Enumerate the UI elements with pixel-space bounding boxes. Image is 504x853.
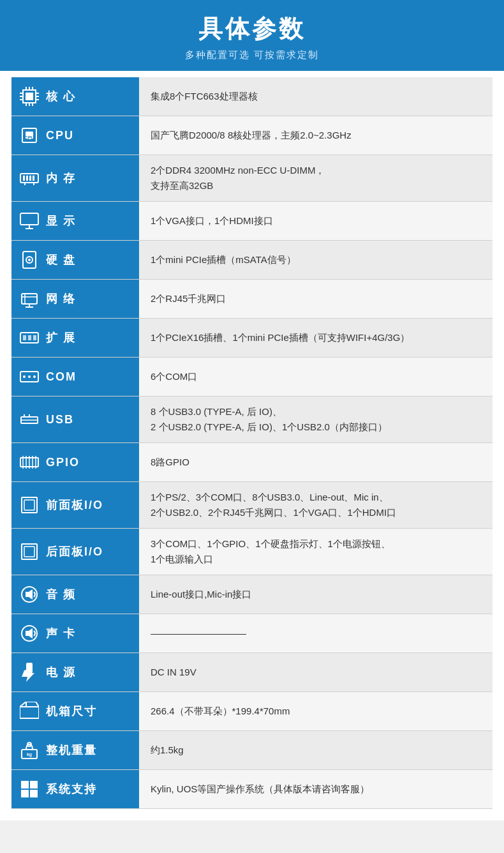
svg-point-29: [28, 259, 31, 261]
spec-label-text-gpio: GPIO: [46, 456, 80, 469]
svg-rect-37: [28, 335, 31, 340]
spec-value-com: 6个COM口: [139, 358, 493, 396]
svg-marker-60: [26, 628, 33, 638]
svg-point-42: [33, 375, 36, 378]
spec-value-memory: 2个DDR4 3200MHz non-ECC U-DIMM，支持至高32GB: [139, 155, 493, 201]
spec-label-text-core: 核 心: [46, 89, 76, 104]
spec-value-cpu: 国产飞腾D2000/8 8核处理器，主频2.0~2.3GHz: [139, 116, 493, 155]
spec-value-network: 2个RJ45千兆网口: [139, 280, 493, 318]
spec-value-core: 集成8个FTC663处理器核: [139, 77, 493, 116]
spec-label-gpio: GPIO: [11, 443, 139, 481]
spec-label-text-soundcard: 声 卡: [46, 626, 76, 641]
spec-icon-front-io: [18, 494, 41, 517]
spec-row-power: 电 源 DC IN 19V: [11, 653, 493, 692]
spec-row-front-io: 前面板I/O 1个PS/2、3个COM口、8个USB3.0、Line-out、M…: [11, 482, 493, 529]
spec-value-expand: 1个PCIeX16插槽、1个mini PCIe插槽（可支持WIFI+4G/3G）: [139, 319, 493, 357]
page-wrapper: 具体参数 多种配置可选 可按需求定制 核 心 集成8个FTC663处理器核 CP…: [0, 0, 504, 820]
svg-rect-56: [24, 547, 34, 557]
spec-label-text-com: COM: [46, 370, 77, 384]
spec-row-hdd: 硬 盘 1个mini PCIe插槽（mSATA信号）: [11, 241, 493, 280]
svg-rect-54: [24, 500, 34, 510]
spec-icon-audio: [18, 583, 41, 606]
spec-row-chassis: 机箱尺寸 266.4（不带耳朵）*199.4*70mm: [11, 692, 493, 731]
svg-rect-36: [23, 335, 26, 340]
spec-row-network: 网 络 2个RJ45千兆网口: [11, 280, 493, 319]
spec-icon-power: [18, 661, 41, 684]
spec-value-soundcard: ——————————: [139, 614, 493, 653]
spec-row-memory: 内 存 2个DDR4 3200MHz non-ECC U-DIMM，支持至高32…: [11, 155, 493, 202]
svg-rect-24: [20, 213, 38, 225]
spec-label-text-os: 系统支持: [46, 781, 97, 797]
spec-row-weight: kg 整机重量 约1.5kg: [11, 731, 493, 770]
spec-value-rear-io: 3个COM口、1个GPIO、1个硬盘指示灯、1个电源按钮、1个电源输入口: [139, 529, 493, 575]
svg-rect-38: [33, 335, 36, 340]
spec-icon-chassis: [18, 700, 41, 723]
spec-table: 核 心 集成8个FTC663处理器核 CPU CPU 国产飞腾D2000/8 8…: [11, 77, 493, 809]
svg-rect-18: [23, 176, 25, 181]
spec-icon-network: [18, 287, 41, 310]
spec-table-wrapper: 核 心 集成8个FTC663处理器核 CPU CPU 国产飞腾D2000/8 8…: [0, 71, 504, 820]
spec-label-weight: kg 整机重量: [11, 731, 139, 769]
spec-icon-display: [18, 209, 41, 232]
spec-row-gpio: GPIO 8路GPIO: [11, 443, 493, 482]
svg-rect-74: [30, 781, 38, 789]
spec-value-weight: 约1.5kg: [139, 731, 493, 769]
spec-label-power: 电 源: [11, 653, 139, 691]
spec-icon-com: [18, 365, 41, 388]
spec-value-audio: Line-out接口,Mic-in接口: [139, 575, 493, 614]
spec-icon-soundcard: [18, 622, 41, 645]
spec-icon-hdd: [18, 248, 41, 271]
svg-marker-58: [26, 589, 33, 600]
spec-label-text-network: 网 络: [46, 291, 76, 306]
spec-row-display: 显 示 1个VGA接口，1个HDMI接口: [11, 202, 493, 241]
spec-row-com: COM 6个COM口: [11, 358, 493, 396]
spec-label-text-weight: 整机重量: [46, 743, 97, 758]
spec-label-os: 系统支持: [11, 770, 139, 808]
spec-label-text-expand: 扩 展: [46, 330, 76, 345]
spec-row-usb: USB 8 个USB3.0 (TYPE-A, 后 IO)、2 个USB2.0 (…: [11, 396, 493, 443]
spec-label-network: 网 络: [11, 280, 139, 318]
spec-icon-usb: [18, 408, 41, 431]
svg-rect-21: [33, 176, 34, 181]
spec-value-power: DC IN 19V: [139, 653, 493, 691]
spec-value-usb: 8 个USB3.0 (TYPE-A, 后 IO)、2 个USB2.0 (TYPE…: [139, 396, 493, 442]
spec-label-text-rear-io: 后面板I/O: [46, 544, 103, 559]
spec-label-audio: 音 频: [11, 575, 139, 614]
spec-value-display: 1个VGA接口，1个HDMI接口: [139, 202, 493, 240]
spec-label-core: 核 心: [11, 77, 139, 116]
spec-label-com: COM: [11, 358, 139, 396]
spec-icon-gpio: [18, 451, 41, 474]
spec-icon-expand: [18, 326, 41, 349]
spec-icon-os: [18, 778, 41, 801]
spec-label-front-io: 前面板I/O: [11, 482, 139, 528]
spec-value-os: Kylin, UOS等国产操作系统（具体版本请咨询客服）: [139, 770, 493, 808]
spec-row-expand: 扩 展 1个PCIeX16插槽、1个mini PCIe插槽（可支持WIFI+4G…: [11, 319, 493, 358]
spec-label-text-cpu: CPU: [46, 129, 74, 142]
spec-value-hdd: 1个mini PCIe插槽（mSATA信号）: [139, 241, 493, 279]
svg-point-41: [28, 375, 31, 378]
svg-rect-1: [26, 93, 33, 100]
svg-rect-76: [30, 790, 38, 797]
spec-label-text-chassis: 机箱尺寸: [46, 704, 97, 719]
svg-rect-20: [29, 176, 31, 181]
spec-label-text-usb: USB: [46, 413, 74, 426]
spec-row-core: 核 心 集成8个FTC663处理器核: [11, 77, 493, 116]
spec-label-usb: USB: [11, 396, 139, 442]
spec-label-display: 显 示: [11, 202, 139, 240]
svg-rect-73: [21, 781, 29, 789]
spec-label-text-power: 电 源: [46, 665, 76, 680]
spec-value-chassis: 266.4（不带耳朵）*199.4*70mm: [139, 692, 493, 730]
spec-label-text-hdd: 硬 盘: [46, 252, 76, 268]
spec-icon-core: [18, 85, 41, 108]
spec-label-soundcard: 声 卡: [11, 614, 139, 653]
spec-value-gpio: 8路GPIO: [139, 443, 493, 481]
spec-label-memory: 内 存: [11, 155, 139, 201]
svg-text:CPU: CPU: [25, 135, 34, 140]
spec-row-rear-io: 后面板I/O 3个COM口、1个GPIO、1个硬盘指示灯、1个电源按钮、1个电源…: [11, 529, 493, 575]
spec-label-text-display: 显 示: [46, 213, 76, 229]
spec-label-text-memory: 内 存: [46, 170, 76, 186]
svg-point-40: [23, 375, 26, 378]
svg-text:kg: kg: [27, 752, 32, 757]
spec-icon-weight: kg: [18, 739, 41, 762]
svg-rect-30: [22, 294, 37, 304]
